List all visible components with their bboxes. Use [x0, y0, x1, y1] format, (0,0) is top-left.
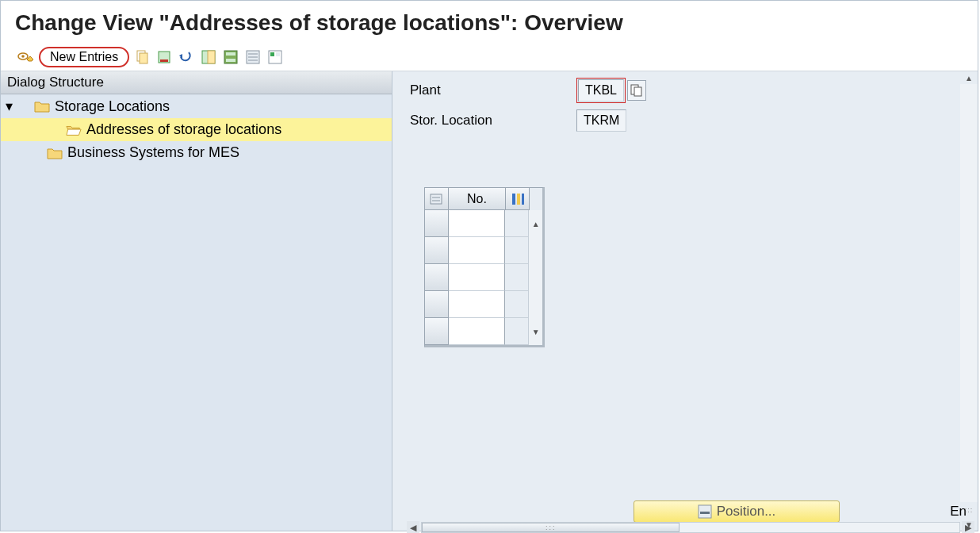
- scroll-left-icon[interactable]: ◀: [407, 521, 419, 533]
- delete-icon[interactable]: [155, 48, 174, 67]
- row-selector[interactable]: [425, 291, 449, 318]
- toggle-display-change-icon[interactable]: [17, 48, 36, 67]
- row-selector[interactable]: [425, 237, 449, 264]
- svg-rect-10: [226, 59, 235, 62]
- dialog-structure-panel: Dialog Structure ▾ Storage Locations Add…: [1, 71, 392, 531]
- position-button[interactable]: Position...: [634, 500, 840, 523]
- cell-no[interactable]: [449, 291, 505, 318]
- application-toolbar: New Entries: [1, 44, 978, 71]
- detail-panel: Plant TKBL Stor. Location TKRM: [392, 71, 978, 531]
- tree-label: Storage Locations: [55, 98, 170, 115]
- select-block-icon[interactable]: [221, 48, 240, 67]
- deselect-all-icon[interactable]: [243, 48, 262, 67]
- v-scroll-up-icon[interactable]: ▲: [960, 71, 978, 84]
- row-selector[interactable]: [425, 264, 449, 291]
- v-scroll-track[interactable]: [960, 84, 978, 502]
- svg-point-1: [21, 55, 25, 58]
- svg-rect-5: [160, 59, 168, 62]
- plant-input[interactable]: TKBL: [578, 79, 624, 102]
- horizontal-scrollbar[interactable]: ◀ ::: ▶: [407, 521, 974, 533]
- h-scroll-track[interactable]: :::: [421, 522, 960, 533]
- tree-node-business-systems-for-mes[interactable]: Business Systems for MES: [1, 141, 392, 164]
- tree-label: Business Systems for MES: [67, 144, 239, 161]
- table-row: [425, 237, 542, 264]
- svg-rect-19: [634, 87, 641, 96]
- plant-value-highlight: TKBL: [576, 78, 626, 103]
- svg-rect-23: [512, 194, 515, 205]
- table-row: [425, 291, 542, 318]
- v-scroll-grip[interactable]: :::: [960, 502, 978, 518]
- field-row-stor-location: Stor. Location TKRM: [410, 109, 978, 132]
- cell-no[interactable]: [449, 237, 505, 264]
- stor-location-input[interactable]: TKRM: [576, 109, 626, 132]
- dialog-structure-header: Dialog Structure: [1, 71, 392, 94]
- page-title: Change View "Addresses of storage locati…: [1, 1, 978, 44]
- copy-as-icon[interactable]: [132, 48, 151, 67]
- svg-rect-20: [431, 194, 442, 204]
- new-entries-button[interactable]: New Entries: [44, 48, 124, 66]
- tree-label: Addresses of storage locations: [86, 121, 281, 138]
- configuration-icon[interactable]: [266, 48, 285, 67]
- svg-rect-7: [208, 51, 215, 63]
- expand-collapse-icon[interactable]: ▾: [6, 98, 17, 115]
- search-help-icon[interactable]: [627, 80, 646, 101]
- folder-icon: [47, 147, 63, 159]
- field-label-plant: Plant: [410, 82, 576, 98]
- tree-node-addresses-of-storage-locations[interactable]: Addresses of storage locations: [1, 118, 392, 141]
- cell-no[interactable]: [449, 264, 505, 291]
- scroll-up-icon[interactable]: ▲: [530, 217, 542, 230]
- svg-rect-9: [226, 52, 235, 56]
- bottom-toolbar: Position... En: [407, 500, 974, 523]
- field-label-stor-location: Stor. Location: [410, 113, 576, 128]
- folder-open-icon: [66, 124, 82, 136]
- cell-no[interactable]: [449, 210, 505, 237]
- position-label: Position...: [717, 504, 776, 520]
- svg-rect-16: [270, 52, 274, 56]
- tree-node-storage-locations[interactable]: ▾ Storage Locations: [1, 94, 392, 118]
- svg-rect-24: [517, 194, 520, 205]
- table-row: ▲: [425, 210, 542, 237]
- row-selector[interactable]: [425, 210, 449, 237]
- scroll-down-icon[interactable]: ▼: [530, 325, 542, 338]
- v-scroll-down-icon[interactable]: ▼: [960, 518, 978, 531]
- h-scroll-thumb[interactable]: :::: [422, 523, 679, 532]
- row-selector[interactable]: [425, 318, 449, 345]
- svg-rect-17: [276, 52, 280, 56]
- select-all-icon[interactable]: [199, 48, 218, 67]
- table-row: ▼: [425, 318, 542, 345]
- new-entries-highlight: New Entries: [39, 47, 129, 67]
- vertical-scrollbar[interactable]: ▲ ::: ▼: [960, 71, 978, 531]
- field-row-plant: Plant TKBL: [410, 78, 978, 103]
- svg-rect-27: [700, 512, 710, 514]
- folder-icon: [34, 100, 50, 113]
- grid-select-all-header[interactable]: [425, 188, 449, 210]
- address-grid: No. ▲: [424, 187, 545, 347]
- dialog-structure-tree: ▾ Storage Locations Addresses of storage…: [1, 94, 392, 531]
- undo-change-icon[interactable]: [177, 48, 196, 67]
- position-icon: [698, 504, 712, 519]
- cell-no[interactable]: [449, 318, 505, 345]
- svg-rect-3: [140, 53, 147, 63]
- grid-config-icon[interactable]: [506, 188, 530, 210]
- svg-rect-25: [522, 194, 524, 205]
- grid-column-no[interactable]: No.: [449, 188, 506, 210]
- table-row: [425, 264, 542, 291]
